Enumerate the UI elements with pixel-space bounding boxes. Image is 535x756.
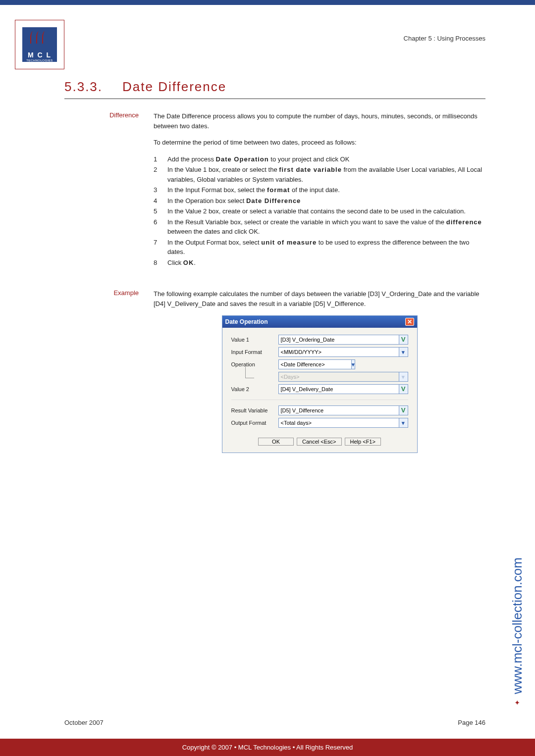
step-text: In the Output Format box, select unit of… [167,238,485,257]
value1-input[interactable] [278,335,399,345]
step-row: 6In the Result Variable box, select or c… [154,217,485,237]
step-number: 3 [154,185,160,195]
step-text: Add the process Date Operation to your p… [167,154,485,164]
chapter-label: Chapter 5 : Using Processes [404,35,485,42]
step-text: In the Result Variable box, select or cr… [167,217,485,237]
decorative-dot-icon: ✦ [513,698,521,706]
step-number: 1 [154,154,160,164]
step-row: 2In the Value 1 box, create or select th… [154,165,485,184]
step-number: 8 [154,258,160,268]
steps-list: 1Add the process Date Operation to your … [154,154,485,268]
tree-connector [231,372,278,382]
heading-title: Date Difference [122,79,226,95]
margin-label-example: Example [64,289,154,453]
label-operation: Operation [231,360,278,369]
heading-rule [64,99,485,99]
step-row: 1Add the process Date Operation to your … [154,154,485,164]
chevron-down-icon[interactable]: ▾ [399,418,408,428]
step-number: 6 [154,217,160,237]
example-text: The following example calculates the num… [154,289,485,308]
step-row: 8Click OK. [154,258,485,268]
step-number: 4 [154,196,160,206]
chevron-down-icon[interactable]: ▾ [399,347,408,357]
help-button[interactable]: Help <F1> [345,438,381,446]
variable-picker-icon[interactable]: V [399,384,408,394]
step-text: In the Input Format box, select the form… [167,185,485,195]
step-row: 4In the Operation box select Date Differ… [154,196,485,206]
dialog-title: Date Operation [225,317,268,326]
output-format-select[interactable] [278,418,399,428]
operation-select[interactable] [278,359,352,369]
step-number: 7 [154,238,160,257]
step-row: 5In the Value 2 box, create or select a … [154,206,485,216]
value2-input[interactable] [278,384,399,394]
label-result-variable: Result Variable [231,406,278,415]
variable-picker-icon[interactable]: V [399,335,408,345]
step-text: In the Value 1 box, create or select the… [167,165,485,184]
logo-letters: M C L [28,51,52,59]
step-number: 2 [154,165,160,184]
difference-intro: The Date Difference process allows you t… [154,111,485,131]
chevron-down-icon: ▾ [399,372,408,382]
close-icon[interactable]: ✕ [405,318,414,326]
difference-lead: To determine the period of time between … [154,138,485,148]
copyright-bar: Copyright © 2007 • MCL Technologies • Al… [0,739,535,756]
ok-button[interactable]: OK [258,438,294,446]
label-value2: Value 2 [231,385,278,394]
date-operation-dialog: Date Operation ✕ Value 1 V Input Format [222,315,418,453]
cancel-button[interactable]: Cancel <Esc> [297,438,341,446]
margin-label-difference: Difference [64,111,154,274]
label-input-format: Input Format [231,348,278,356]
result-variable-input[interactable] [278,405,399,415]
footer-date: October 2007 [64,719,104,726]
vertical-url: ✦ www.mcl-collection.com [510,557,525,706]
heading-number: 5.3.3. [64,79,103,95]
step-row: 3In the Input Format box, select the for… [154,185,485,195]
step-number: 5 [154,206,160,216]
step-text: Click OK. [167,258,485,268]
logo-sub: TECHNOLOGIES [26,59,53,62]
input-format-select[interactable] [278,347,399,357]
logo: M C L TECHNOLOGIES [15,20,64,69]
chevron-down-icon[interactable]: ▾ [352,359,355,369]
operation-unit-select [278,372,399,382]
step-text: In the Value 2 box, create or select a v… [167,206,485,216]
label-output-format: Output Format [231,419,278,427]
step-row: 7In the Output Format box, select unit o… [154,238,485,257]
step-text: In the Operation box select Date Differe… [167,196,485,206]
divider [231,400,408,400]
footer-page: Page 146 [458,719,485,726]
label-value1: Value 1 [231,336,278,344]
variable-picker-icon[interactable]: V [399,405,408,415]
